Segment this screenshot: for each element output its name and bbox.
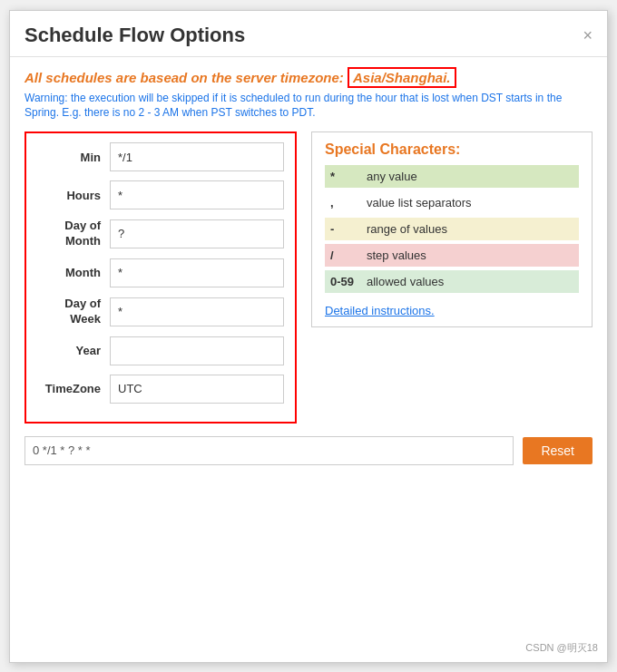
char-desc-slash: step values — [367, 248, 426, 262]
timezone-value-highlight: Asia/Shanghai. — [348, 67, 456, 88]
dialog-body: All schedules are basead on the server t… — [10, 57, 607, 487]
year-label: Year — [37, 344, 110, 357]
timezone-input[interactable] — [110, 375, 284, 404]
timezone-row: TimeZone — [37, 375, 284, 404]
dialog-header: Schedule Flow Options × — [10, 11, 607, 57]
timezone-notice-prefix: All schedules are basead on the server t… — [24, 70, 348, 85]
year-row: Year — [37, 336, 284, 365]
special-char-row-comma: , value list separators — [325, 191, 579, 214]
hours-row: Hours — [37, 180, 284, 209]
bottom-bar: Reset — [24, 436, 593, 474]
reset-button[interactable]: Reset — [523, 437, 593, 464]
special-char-row-range: 0-59 allowed values — [325, 270, 579, 293]
month-input[interactable] — [110, 258, 284, 287]
month-label: Month — [37, 266, 110, 279]
timezone-label: TimeZone — [37, 382, 110, 395]
right-panel: Special Characters: * any value , value … — [311, 131, 593, 424]
left-panel: Min Hours Day ofMonth Month Day ofWeek — [24, 131, 297, 424]
year-input[interactable] — [110, 336, 284, 365]
char-symbol-range: 0-59 — [330, 275, 367, 288]
close-button[interactable]: × — [583, 27, 593, 44]
day-of-week-input[interactable] — [110, 297, 284, 326]
watermark: CSDN @明灭18 — [525, 641, 598, 655]
cron-preview-input[interactable] — [24, 436, 514, 465]
special-char-row-slash: / step values — [325, 244, 579, 267]
main-content: Min Hours Day ofMonth Month Day ofWeek — [24, 131, 593, 424]
char-desc-star: any value — [367, 170, 417, 183]
special-chars-title: Special Characters: — [325, 141, 579, 158]
schedule-flow-dialog: Schedule Flow Options × All schedules ar… — [9, 10, 608, 663]
special-chars-box: Special Characters: * any value , value … — [311, 131, 593, 327]
char-symbol-slash: / — [330, 248, 367, 262]
special-char-row-star: * any value — [325, 165, 579, 188]
min-input[interactable] — [110, 142, 284, 171]
detailed-instructions-link[interactable]: Detailed instructions. — [325, 304, 579, 317]
char-desc-comma: value list separators — [367, 196, 472, 209]
hours-input[interactable] — [110, 180, 284, 209]
char-desc-range: allowed values — [367, 275, 444, 288]
char-symbol-comma: , — [330, 196, 367, 209]
min-row: Min — [37, 142, 284, 171]
char-symbol-dash: - — [330, 222, 367, 236]
day-of-week-row: Day ofWeek — [37, 297, 284, 327]
day-of-month-label: Day ofMonth — [37, 219, 110, 249]
special-char-row-dash: - range of values — [325, 218, 579, 240]
dst-warning: Warning: the execution will be skipped i… — [24, 91, 593, 122]
day-of-month-row: Day ofMonth — [37, 219, 284, 249]
dialog-title: Schedule Flow Options — [24, 24, 245, 47]
min-label: Min — [37, 151, 110, 164]
day-of-week-label: Day ofWeek — [37, 297, 110, 327]
char-symbol-star: * — [330, 170, 367, 183]
char-desc-dash: range of values — [367, 222, 447, 236]
day-of-month-input[interactable] — [110, 219, 284, 248]
hours-label: Hours — [37, 189, 110, 202]
timezone-notice: All schedules are basead on the server t… — [24, 70, 593, 85]
month-row: Month — [37, 258, 284, 287]
